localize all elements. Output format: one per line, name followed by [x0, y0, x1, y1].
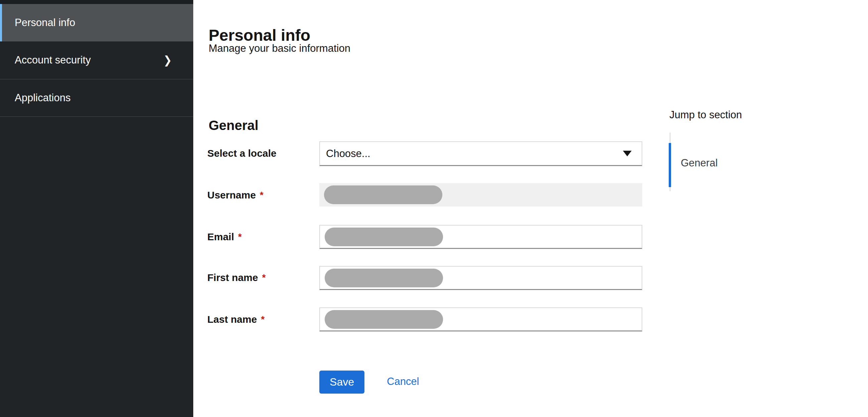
locale-label: Select a locale [207, 147, 314, 160]
jump-link-general[interactable]: General [681, 156, 717, 170]
first-name-label: First name * [207, 271, 314, 284]
sidebar-item-label: Applications [15, 92, 70, 104]
cancel-button[interactable]: Cancel [387, 375, 419, 388]
required-asterisk: * [238, 232, 242, 242]
masthead-edge [0, 0, 193, 4]
page-subtitle: Manage your basic information [209, 42, 350, 55]
jump-active-indicator [669, 143, 671, 187]
section-title-general: General [209, 117, 258, 133]
last-name-label: Last name * [207, 313, 314, 326]
sidebar-item-label: Account security [15, 54, 91, 66]
locale-select-value: Choose... [326, 148, 370, 160]
required-asterisk: * [260, 190, 264, 200]
sidebar-item-personal-info[interactable]: Personal info [0, 4, 193, 41]
locale-select[interactable]: Choose... [319, 141, 642, 166]
save-button[interactable]: Save [319, 371, 365, 394]
redacted-value-pill [324, 186, 442, 204]
required-asterisk: * [261, 315, 265, 324]
email-field[interactable] [319, 225, 642, 249]
username-field [319, 183, 642, 206]
first-name-field[interactable] [319, 266, 642, 290]
required-asterisk: * [262, 273, 266, 282]
sidebar-nav: Personal info Account security ❯ Applica… [0, 0, 193, 417]
jump-to-section-title: Jump to section [670, 108, 742, 122]
chevron-right-icon: ❯ [163, 55, 172, 66]
redacted-value-pill [325, 228, 443, 246]
sidebar-item-applications[interactable]: Applications [0, 79, 193, 117]
last-name-field[interactable] [319, 308, 642, 331]
sidebar-item-label: Personal info [15, 17, 75, 29]
sidebar-item-account-security[interactable]: Account security ❯ [0, 41, 193, 79]
username-label: Username * [207, 188, 314, 202]
redacted-value-pill [325, 269, 443, 287]
email-label: Email * [207, 230, 314, 244]
redacted-value-pill [325, 310, 443, 329]
caret-down-icon [623, 151, 631, 156]
